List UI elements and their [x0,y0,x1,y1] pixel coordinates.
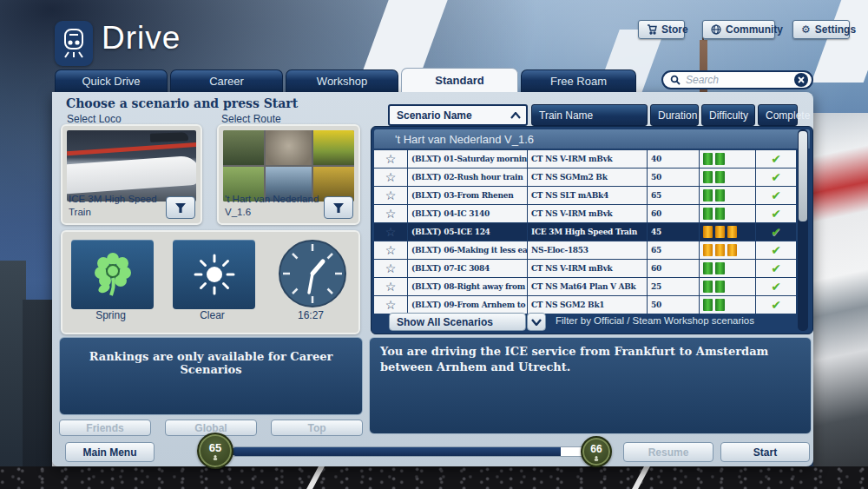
start-button[interactable]: Start [720,442,810,462]
search-placeholder: Search [686,74,794,86]
difficulty-cell [700,150,755,168]
difficulty-bar [703,171,713,183]
select-loco-label: Select Loco [67,113,122,125]
show-scenarios-dropdown[interactable]: Show All Scenarios [389,313,526,331]
complete-check-icon: ✔ [771,243,781,257]
complete-cell: ✔ [756,169,796,186]
table-row[interactable]: ☆(BLXT) 09-From Arnhem to AmersfoortCT N… [374,296,798,314]
difficulty-cell [700,205,755,222]
table-row[interactable]: ☆(BLXT) 02-Rush hour trainCT NS SGMm2 Bk… [374,169,798,186]
dropdown-chevron-button[interactable] [527,313,546,331]
favorite-star-icon[interactable]: ☆ [374,169,407,186]
favorite-star-icon[interactable]: ☆ [374,223,407,241]
drive-screen: Drive Store Community ⚙ Settings Quick D… [0,0,868,489]
scenario-description-panel: You are driving the ICE service from Fra… [369,337,812,434]
table-row[interactable]: ☆(BLXT) 03-From RhenenCT NS SLT mABk465✔ [374,187,798,204]
favorite-star-icon[interactable]: ☆ [374,296,407,314]
filter-funnel-icon [174,202,187,214]
community-label: Community [726,23,783,36]
table-row[interactable]: ☆(BLXT) 04-IC 3140CT NS V-IRM mBvk60✔ [374,205,798,222]
complete-cell: ✔ [756,260,796,277]
complete-check-icon: ✔ [771,152,781,166]
top-button[interactable]: Top [271,420,363,436]
level-badge: 65 [197,433,233,469]
background-train-photo [813,113,868,466]
driver-icon [594,456,599,461]
scenario-table: 't Hart van Nederland V_1.6 ☆(BLXT) 01-S… [371,126,813,334]
tab-standard[interactable]: Standard [401,68,518,92]
store-label: Store [661,23,688,36]
column-header-train-name[interactable]: Train Name [531,104,648,126]
level-progress-bar[interactable] [230,446,590,457]
table-scrollbar[interactable] [798,129,808,331]
tab-bar: Quick DriveCareerWorkshopStandardFree Ro… [55,69,636,92]
tab-free-roam[interactable]: Free Roam [521,69,636,92]
column-header-duration[interactable]: Duration [650,104,699,126]
complete-cell: ✔ [756,150,796,168]
table-row[interactable]: ☆(BLXT) 08-Right away from the museum !C… [374,278,798,295]
duration-cell: 50 [648,296,699,314]
route-filter-button[interactable] [324,196,353,219]
loco-filter-button[interactable] [166,196,195,219]
favorite-star-icon[interactable]: ☆ [374,260,407,277]
cart-icon [647,24,657,35]
level-progress-fill [231,447,561,456]
train-name-cell: CT NS SGM2 Bk1 [528,296,647,314]
complete-check-icon: ✔ [771,280,781,294]
scenario-name-cell: (BLXT) 05-ICE 124 [408,223,527,241]
store-button[interactable]: Store [638,20,685,39]
settings-button[interactable]: ⚙ Settings [792,20,850,39]
rankings-message: Rankings are only available for Career S… [81,350,340,414]
panel-heading: Choose a scenario and press Start [66,96,298,110]
column-header-scenario-name[interactable]: Scenario Name [388,104,528,126]
scrollbar-thumb[interactable] [799,131,807,221]
train-icon [62,28,86,59]
favorite-star-icon[interactable]: ☆ [374,241,407,259]
clock-widget[interactable] [278,239,347,308]
train-name-cell: CT NS V-IRM mBvk [528,150,647,168]
select-route-label: Select Route [221,113,281,125]
difficulty-bar [715,262,725,274]
table-row[interactable]: ☆(BLXT) 07-IC 3084CT NS V-IRM mBvk60✔ [374,260,798,277]
season-button[interactable] [71,240,154,309]
tab-quick-drive[interactable]: Quick Drive [55,69,168,92]
table-row[interactable]: ☆(BLXT) 06-Making it less easyNS-Eloc-18… [374,241,798,259]
tab-workshop[interactable]: Workshop [286,69,398,92]
dropdown-value: Show All Scenarios [397,316,493,328]
scenario-name-cell: (BLXT) 06-Making it less easy [408,241,527,259]
background-building [23,300,52,466]
difficulty-cell [700,187,755,204]
community-button[interactable]: Community [702,20,775,39]
duration-cell: 50 [648,169,699,186]
clear-search-icon[interactable] [794,73,808,87]
favorite-star-icon[interactable]: ☆ [374,278,407,295]
column-header-difficulty[interactable]: Difficulty [701,104,755,126]
difficulty-cell [700,296,755,314]
chevron-down-icon [531,319,542,326]
train-name-cell: CT NS Mat64 Plan V ABk [528,278,647,295]
train-name-cell: CT NS V-IRM mBvk [528,260,647,277]
search-input[interactable]: Search [661,70,813,89]
favorite-star-icon[interactable]: ☆ [374,150,407,168]
duration-cell: 65 [648,241,699,259]
loco-card[interactable]: ICE 3M High Speed Train [61,124,202,225]
resume-button[interactable]: Resume [623,442,713,462]
tab-career[interactable]: Career [170,69,283,92]
weather-button[interactable] [173,240,255,309]
column-header-complete[interactable]: Complete [758,104,798,126]
favorite-star-icon[interactable]: ☆ [374,187,407,204]
main-menu-button[interactable]: Main Menu [65,442,155,462]
favorite-star-icon[interactable]: ☆ [374,205,407,222]
scenario-name-cell: (BLXT) 09-From Arnhem to Amersfoort [408,296,527,314]
filter-funnel-icon [332,202,345,214]
duration-cell: 45 [648,223,699,241]
table-row[interactable]: ☆(BLXT) 01-Saturday morning tripCT NS V-… [374,150,798,168]
scenario-name-cell: (BLXT) 03-From Rhenen [408,187,527,204]
level-value: 65 [209,441,221,454]
friends-button[interactable]: Friends [59,420,151,436]
complete-cell: ✔ [756,278,796,295]
difficulty-bar [715,171,725,183]
route-card[interactable]: 't Hart van Nederland V_1.6 [217,124,360,225]
table-row[interactable]: ☆(BLXT) 05-ICE 124ICE 3M High Speed Trai… [374,223,798,241]
column-label: Duration [658,109,697,122]
